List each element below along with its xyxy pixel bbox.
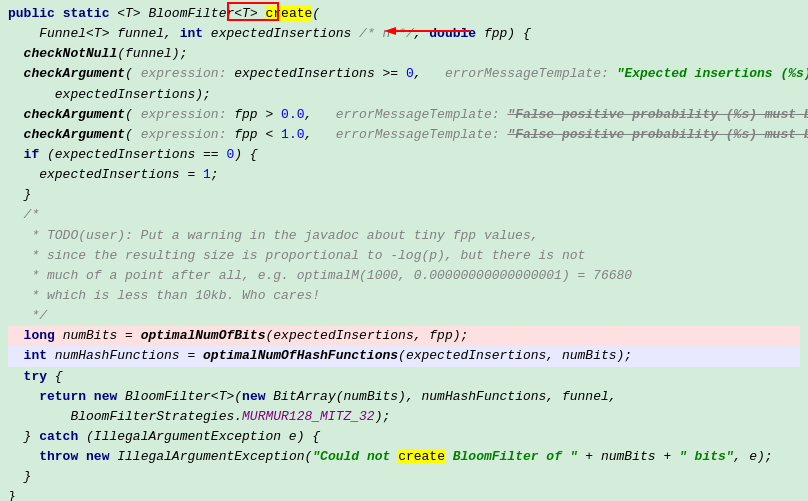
space17: numBits =: [55, 328, 141, 343]
code-line-16: */: [8, 306, 800, 326]
indent5: expectedInsertions);: [8, 87, 211, 102]
str-insertions: "Expected insertions (%s) must be >= 0": [617, 66, 808, 81]
space3: funnel,: [109, 26, 179, 41]
args20: BitArray(numBits), numHashFunctions, fun…: [265, 389, 616, 404]
murmur-const: MURMUR128_MITZ_32: [242, 409, 375, 424]
code-line-3: checkNotNull(funnel);: [8, 44, 800, 64]
comma6: ,: [304, 107, 335, 122]
code-line-1: public static <T> BloomFilter<T> create(: [8, 4, 800, 24]
errtempl-kw2: errorMessageTemplate:: [336, 107, 500, 122]
space20b: BloomFilter<T>(: [117, 389, 242, 404]
keyword-return: return: [39, 389, 86, 404]
code-line-20: return new BloomFilter<T>(new BitArray(n…: [8, 387, 800, 407]
semi9: ;: [211, 167, 219, 182]
keyword-if: if: [24, 147, 40, 162]
str-fpp-less: "False positive probability (%s) must be…: [507, 127, 808, 142]
method-checkargument1: checkArgument: [24, 66, 125, 81]
code-line-11: /*: [8, 205, 800, 225]
indent24: }: [8, 469, 31, 484]
args18: (expectedInsertions, numBits);: [398, 348, 632, 363]
code-line-25: }: [8, 487, 800, 501]
code-line-2: Funnel<T> funnel, int expectedInsertions…: [8, 24, 800, 44]
code-line-6: checkArgument( expression: fpp > 0.0, er…: [8, 105, 800, 125]
exp3: fpp <: [226, 127, 281, 142]
indent18: [8, 348, 24, 363]
comment-n: /* n */: [359, 26, 414, 41]
str-bloomfilter: BloomFilter of ": [445, 449, 578, 464]
indent2: [8, 26, 39, 41]
type-funnel: Funnel<T>: [39, 26, 109, 41]
space23: [78, 449, 86, 464]
indent7: [8, 127, 24, 142]
code-line-8: if (expectedInsertions == 0) {: [8, 145, 800, 165]
concat1: + numBits +: [578, 449, 679, 464]
code-line-22: } catch (IllegalArgumentException e) {: [8, 427, 800, 447]
close23: , e);: [734, 449, 773, 464]
code-line-5: expectedInsertions);: [8, 85, 800, 105]
code-line-21: BloomFilterStrategies.MURMUR128_MITZ_32)…: [8, 407, 800, 427]
space20: [86, 389, 94, 404]
keyword-new2: new: [242, 389, 265, 404]
num-1: 1: [203, 167, 211, 182]
keyword-catch: catch: [39, 429, 78, 444]
str-fpp-positive: "False positive probability (%s) must be…: [507, 107, 808, 122]
space18: numHashFunctions =: [47, 348, 203, 363]
keyword-try: try: [24, 369, 47, 384]
keyword-double: double: [429, 26, 476, 41]
indent8: [8, 147, 24, 162]
expr-kw-2: expression:: [141, 107, 227, 122]
code-line-14: * much of a point after all, e.g. optima…: [8, 266, 800, 286]
indent6: [8, 107, 24, 122]
generic1: <T>: [234, 6, 265, 21]
comma7: ,: [304, 127, 335, 142]
keyword-long: long: [24, 328, 55, 343]
close-brace: }: [8, 489, 16, 501]
method-checkargument2: checkArgument: [24, 107, 125, 122]
code-line-7: checkArgument( expression: fpp < 1.0, er…: [8, 125, 800, 145]
exp2: fpp >: [226, 107, 281, 122]
indent23: [8, 449, 39, 464]
catch-args: (IllegalArgumentException e) {: [78, 429, 320, 444]
errtempl-kw3: errorMessageTemplate:: [336, 127, 500, 142]
indent4: [8, 66, 24, 81]
paren7: (: [125, 127, 141, 142]
num-1-0: 1.0: [281, 127, 304, 142]
code-line-10: }: [8, 185, 800, 205]
space2: <T>: [109, 6, 148, 21]
num-0-0: 0.0: [281, 107, 304, 122]
paren6: (: [125, 107, 141, 122]
space23b: IllegalArgumentException(: [109, 449, 312, 464]
exp1: expectedInsertions >=: [226, 66, 405, 81]
exp8: (expectedInsertions ==: [39, 147, 226, 162]
indent17: [8, 328, 24, 343]
space-str1: [609, 66, 617, 81]
indent21: BloomFilterStrategies.: [8, 409, 242, 424]
close21: );: [375, 409, 391, 424]
indent19: [8, 369, 24, 384]
num-0: 0: [406, 66, 414, 81]
type-bloomfilter: BloomFilter: [148, 6, 234, 21]
brace19: {: [47, 369, 63, 384]
space5: fpp) {: [476, 26, 531, 41]
code-line-19: try {: [8, 367, 800, 387]
str-bits: " bits": [679, 449, 734, 464]
errtempl-kw1: errorMessageTemplate:: [445, 66, 609, 81]
keyword-public: public: [8, 6, 55, 21]
expr-kw-3: expression:: [141, 127, 227, 142]
args3: (funnel);: [117, 46, 187, 61]
keyword-static: static: [63, 6, 110, 21]
method-checknotnull: checkNotNull: [24, 46, 118, 61]
code-line-24: }: [8, 467, 800, 487]
code-line-9: expectedInsertions = 1;: [8, 165, 800, 185]
indent3: [8, 46, 24, 61]
indent9: expectedInsertions =: [8, 167, 203, 182]
method-optimalnumofhashfunctions: optimalNumOfHashFunctions: [203, 348, 398, 363]
indent22: }: [8, 429, 39, 444]
code-line-4: checkArgument( expression: expectedInser…: [8, 64, 800, 84]
comma1: ,: [414, 26, 430, 41]
paren1: (: [312, 6, 320, 21]
brace10: }: [8, 187, 31, 202]
code-line-15: * which is less than 10kb. Who cares!: [8, 286, 800, 306]
comma4: ,: [414, 66, 445, 81]
code-line-12: * TODO(user): Put a warning in the javad…: [8, 226, 800, 246]
